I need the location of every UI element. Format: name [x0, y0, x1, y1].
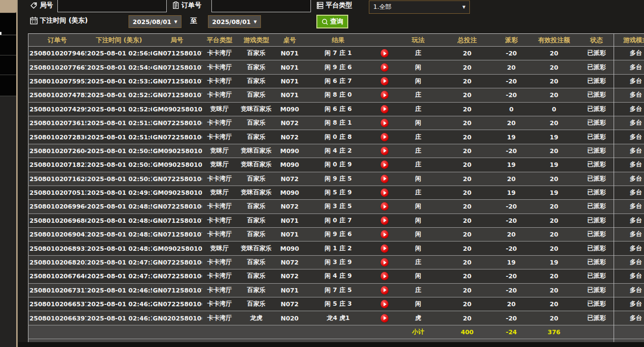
cell-bet-time: 2025-08-01 02:46:56	[86, 283, 152, 297]
cell-game-type: 百家乐	[237, 60, 276, 74]
play-replay-icon[interactable]	[381, 314, 388, 322]
play-replay-icon[interactable]	[381, 258, 388, 267]
cell-order-no: 250801020699645	[28, 200, 86, 214]
play-replay-icon[interactable]	[381, 272, 388, 280]
cell-game-mode: 多台	[614, 116, 644, 130]
table-row: 2508010206653712025-08-01 02:46:22GN0722…	[28, 297, 644, 311]
cell-platform: 竞咪厅	[202, 158, 237, 172]
play-replay-icon[interactable]	[381, 63, 388, 72]
cell-payout: -20	[494, 47, 529, 60]
table-row: 2508010207429952025-08-01 02:52:04GM0902…	[28, 102, 644, 116]
query-button[interactable]: 查询	[316, 15, 348, 28]
table-row: 2508010207946512025-08-01 02:56:07GN0712…	[28, 47, 644, 60]
cell-replay	[373, 311, 396, 325]
cell-valid-bet: 20	[529, 269, 580, 283]
cell-round-no: GM0902580104P	[152, 241, 202, 255]
cell-status: 已派彩	[580, 228, 614, 241]
cell-round-no: GM0902580104S	[152, 144, 202, 158]
cell-status: 已派彩	[580, 47, 614, 60]
col-header-order-no: 订单号	[28, 34, 86, 47]
cell-order-no: 250801020690419	[28, 228, 86, 241]
play-replay-icon[interactable]	[381, 202, 388, 211]
play-replay-icon[interactable]	[381, 286, 388, 294]
play-replay-icon[interactable]	[381, 119, 388, 127]
order-no-label: 订单号	[172, 1, 202, 10]
play-replay-icon[interactable]	[381, 91, 388, 99]
cell-total-bet: 20	[440, 60, 494, 74]
play-replay-icon[interactable]	[381, 77, 388, 85]
cell-valid-bet: 20	[529, 172, 580, 186]
cell-platform: 卡卡湾厅	[202, 116, 237, 130]
play-replay-icon[interactable]	[381, 300, 388, 308]
cell-payout: 20	[494, 297, 529, 311]
cell-replay	[373, 297, 396, 311]
date-from-picker[interactable]: 2025/08/01 ▼	[129, 15, 181, 28]
sidebar-menu-item[interactable]	[0, 75, 16, 96]
play-replay-icon[interactable]	[381, 147, 388, 155]
cell-replay	[373, 186, 396, 199]
cell-platform: 卡卡湾厅	[202, 214, 237, 227]
cell-bet-time: 2025-08-01 02:49:19	[86, 186, 152, 199]
cell-valid-bet: 20	[529, 283, 580, 297]
cell-valid-bet: 20	[529, 311, 580, 325]
order-no-input[interactable]	[211, 0, 311, 12]
cell-bet-type: 庄	[396, 186, 440, 199]
cell-game-mode: 多台	[614, 214, 644, 227]
play-replay-icon[interactable]	[381, 49, 388, 57]
play-replay-icon[interactable]	[381, 188, 388, 197]
cell-status: 已派彩	[580, 241, 614, 255]
cell-platform: 卡卡湾厅	[202, 47, 237, 60]
play-replay-icon[interactable]	[381, 133, 388, 141]
table-row: 2508010207182322025-08-01 02:50:19GM0902…	[28, 158, 644, 172]
play-replay-icon[interactable]	[381, 160, 388, 169]
play-replay-icon[interactable]	[381, 175, 388, 183]
cell-result: 闲 5 庄 9	[304, 186, 373, 199]
cell-table-no: N020	[276, 311, 304, 325]
cell-bet-time: 2025-08-01 02:52:04	[86, 102, 152, 116]
play-replay-icon[interactable]	[381, 230, 388, 239]
play-replay-icon[interactable]	[381, 244, 388, 253]
cell-status: 已派彩	[580, 60, 614, 74]
sidebar-menu-item[interactable]	[0, 35, 16, 55]
cell-total-bet: 20	[440, 116, 494, 130]
col-header-bet-time: 下注时间 (美东)	[86, 34, 152, 47]
platform-type-select[interactable]: 1.全部 ▼	[369, 0, 470, 14]
sidebar-menu-item[interactable]	[0, 55, 16, 75]
cell-table-no: N072	[276, 297, 304, 311]
cell-platform: 卡卡湾厅	[202, 200, 237, 214]
cell-round-no: GN0712580107O	[152, 60, 202, 74]
col-header-replay	[373, 34, 396, 47]
cell-status: 已派彩	[580, 88, 614, 102]
cell-table-no: N072	[276, 255, 304, 269]
cell-payout: 20	[494, 172, 529, 186]
cell-order-no: 250801020726042	[28, 144, 86, 158]
cell-bet-type: 庄	[396, 255, 440, 269]
cell-payout: 19	[494, 158, 529, 172]
cell-bet-type: 庄	[396, 144, 440, 158]
game-no-input[interactable]	[57, 0, 167, 12]
date-to-picker[interactable]: 2025/08/01 ▼	[208, 15, 261, 28]
cell-payout: 20	[494, 228, 529, 241]
cell-payout: 19	[494, 255, 529, 269]
cell-platform: 卡卡湾厅	[202, 60, 237, 74]
cell-round-no: GN0712580107L	[152, 74, 202, 88]
cell-payout: 20	[494, 116, 529, 130]
cell-game-type: 百家乐	[237, 269, 276, 283]
col-header-round-no: 局号	[152, 34, 202, 47]
play-replay-icon[interactable]	[381, 105, 388, 113]
sidebar-top-corner	[0, 0, 18, 13]
cell-valid-bet: 20	[529, 144, 580, 158]
cell-empty	[28, 325, 86, 339]
col-header-table-no: 桌号	[276, 34, 304, 47]
chevron-down-icon: ▼	[174, 20, 177, 24]
cell-valid-bet: 20	[529, 88, 580, 102]
cell-round-no: GN0722580106G	[152, 255, 202, 269]
cell-result: 闲 1 庄 2	[304, 241, 373, 255]
play-replay-icon[interactable]	[381, 216, 388, 225]
cell-status: 已派彩	[580, 186, 614, 199]
cell-bet-type: 庄	[396, 158, 440, 172]
cell-table-no: N071	[276, 47, 304, 60]
col-header-platform: 平台类型	[202, 34, 237, 47]
cell-result: 闲 4 庄 2	[304, 144, 373, 158]
sidebar-menu-item[interactable]	[0, 13, 16, 34]
